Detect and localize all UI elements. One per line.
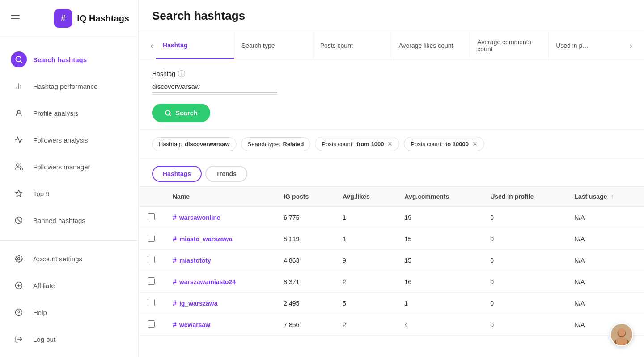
filter-col-posts-count[interactable]: Posts count xyxy=(313,32,392,59)
sidebar-item-help[interactable]: Help xyxy=(0,299,138,326)
sidebar-item-log-out[interactable]: Log out xyxy=(0,326,138,353)
filter-col-hashtag[interactable]: Hashtag xyxy=(156,32,234,59)
main-body: ‹ Hashtag Search type Posts count Averag… xyxy=(139,32,644,357)
sidebar: # IQ Hashtags Search hashtags Hashtag pe… xyxy=(0,0,139,357)
row-name: # miastototy xyxy=(164,250,275,271)
filter-col-avg-comments[interactable]: Average comments count xyxy=(470,32,549,59)
svg-line-1 xyxy=(20,61,21,62)
th-avg-comments: Avg.comments xyxy=(395,187,481,207)
sidebar-label-search-hashtags: Search hashtags xyxy=(33,56,87,63)
hashtag-link[interactable]: # miasto_warszawa xyxy=(173,235,266,243)
svg-point-6 xyxy=(17,164,19,166)
search-btn-icon xyxy=(165,109,172,117)
sidebar-footer: Account settings Affiliate Help Log out xyxy=(0,240,138,357)
row-ig-posts: 8 371 xyxy=(275,271,334,293)
filter-bar-scroll: Hashtag Search type Posts count Average … xyxy=(156,32,627,59)
row-used-in-profile: 0 xyxy=(481,314,565,336)
table-row: # miasto_warszawa 5 119 1 15 0 N/A xyxy=(139,228,644,250)
row-checkbox[interactable] xyxy=(148,320,155,328)
row-avg-likes: 9 xyxy=(334,250,395,271)
sidebar-item-banned-hashtags[interactable]: Banned hashtags xyxy=(0,207,138,234)
hashtag-performance-icon xyxy=(11,78,27,94)
search-button[interactable]: Search xyxy=(152,104,210,122)
sidebar-item-profile-analysis[interactable]: Profile analysis xyxy=(0,100,138,126)
sidebar-item-followers-analysis[interactable]: Followers analysis xyxy=(0,126,138,153)
tab-trends[interactable]: Trends xyxy=(205,166,247,182)
hashtag-link[interactable]: # warszawamiasto24 xyxy=(173,278,266,286)
hashtag-link[interactable]: # wewarsaw xyxy=(173,321,266,329)
sidebar-item-hashtag-performance[interactable]: Hashtag performance xyxy=(0,73,138,100)
hash-symbol: # xyxy=(173,256,177,265)
hashtag-name: miastototy xyxy=(179,257,211,264)
sidebar-label-banned-hashtags: Banned hashtags xyxy=(33,217,85,224)
row-used-in-profile: 0 xyxy=(481,250,565,271)
sidebar-item-account-settings[interactable]: Account settings xyxy=(0,245,138,272)
svg-line-9 xyxy=(17,218,21,223)
results-table-wrap: Name IG posts Avg.likes Avg.comments Use… xyxy=(139,186,644,336)
filter-chips: Hashtag: discoverwarsaw Search type: Rel… xyxy=(139,130,644,159)
th-name: Name xyxy=(164,187,275,207)
row-last-usage: N/A xyxy=(565,207,644,228)
sidebar-item-affiliate[interactable]: Affiliate xyxy=(0,272,138,299)
chip-posts-to-close[interactable]: ✕ xyxy=(472,140,478,147)
sidebar-label-affiliate: Affiliate xyxy=(33,282,55,290)
avatar-image xyxy=(611,323,632,346)
row-checkbox[interactable] xyxy=(148,277,155,285)
hash-symbol: # xyxy=(173,278,177,286)
filter-col-avg-likes[interactable]: Average likes count xyxy=(391,32,470,59)
hashtag-link[interactable]: # warsawonline xyxy=(173,214,266,222)
banned-hashtags-icon xyxy=(11,212,27,228)
row-last-usage: N/A xyxy=(565,271,644,293)
row-checkbox[interactable] xyxy=(148,299,155,306)
hashtag-link[interactable]: # miastototy xyxy=(173,256,266,265)
sidebar-item-top-9[interactable]: Top 9 xyxy=(0,180,138,207)
th-ig-posts: IG posts xyxy=(275,187,334,207)
th-last-usage[interactable]: Last usage ↑ xyxy=(565,187,644,207)
row-checkbox[interactable] xyxy=(148,235,155,242)
chip-hashtag-value: discoverwarsaw xyxy=(185,141,229,147)
main-content: Search hashtags ‹ Hashtag Search type Po… xyxy=(139,0,644,357)
table-row: # ig_warszawa 2 495 5 1 0 N/A xyxy=(139,293,644,314)
filter-col-used-in[interactable]: Used in p… xyxy=(549,32,627,59)
svg-point-22 xyxy=(618,328,626,336)
row-used-in-profile: 0 xyxy=(481,228,565,250)
row-used-in-profile: 0 xyxy=(481,207,565,228)
row-checkbox-cell xyxy=(139,314,164,336)
filter-col-hashtag-label: Hashtag xyxy=(163,42,187,49)
sort-arrow-icon: ↑ xyxy=(610,193,614,200)
filter-col-search-type[interactable]: Search type xyxy=(234,32,313,59)
sidebar-item-search-hashtags[interactable]: Search hashtags xyxy=(0,46,138,73)
hashtag-name: wewarsaw xyxy=(179,321,210,328)
row-checkbox-cell xyxy=(139,207,164,228)
row-checkbox[interactable] xyxy=(148,256,155,263)
row-avg-likes: 2 xyxy=(334,271,395,293)
help-icon xyxy=(11,304,27,320)
row-checkbox-cell xyxy=(139,228,164,250)
row-checkbox[interactable] xyxy=(148,213,155,220)
sidebar-logo: # IQ Hashtags xyxy=(0,0,138,37)
filter-bar-prev-btn[interactable]: ‹ xyxy=(148,41,156,50)
filter-bar: ‹ Hashtag Search type Posts count Averag… xyxy=(139,32,644,59)
hamburger-menu[interactable] xyxy=(9,13,21,23)
row-name: # warsawonline xyxy=(164,207,275,228)
filter-bar-next-btn[interactable]: › xyxy=(627,41,635,50)
hashtag-link[interactable]: # ig_warszawa xyxy=(173,299,266,307)
tab-hashtags[interactable]: Hashtags xyxy=(152,166,202,182)
chip-posts-from-close[interactable]: ✕ xyxy=(387,140,393,147)
sidebar-item-followers-manager[interactable]: Followers manager xyxy=(0,153,138,180)
chip-posts-to: Posts count: to 10000 ✕ xyxy=(404,137,484,151)
row-avg-likes: 1 xyxy=(334,228,395,250)
chip-posts-from-value: from 1000 xyxy=(356,141,384,147)
table-row: # miastototy 4 863 9 15 0 N/A xyxy=(139,250,644,271)
row-last-usage: N/A xyxy=(565,250,644,271)
hashtag-info-icon[interactable]: i xyxy=(178,70,185,77)
user-avatar-bubble[interactable] xyxy=(610,323,633,346)
hashtag-name: warszawamiasto24 xyxy=(179,278,236,286)
svg-point-10 xyxy=(18,258,20,260)
sidebar-label-top-9: Top 9 xyxy=(33,190,50,197)
hashtag-input[interactable] xyxy=(152,81,277,93)
sidebar-label-help: Help xyxy=(33,309,47,316)
filter-col-used-in-label: Used in p… xyxy=(556,42,589,49)
row-avg-comments: 1 xyxy=(395,293,481,314)
chip-posts-from: Posts count: from 1000 ✕ xyxy=(315,137,399,151)
